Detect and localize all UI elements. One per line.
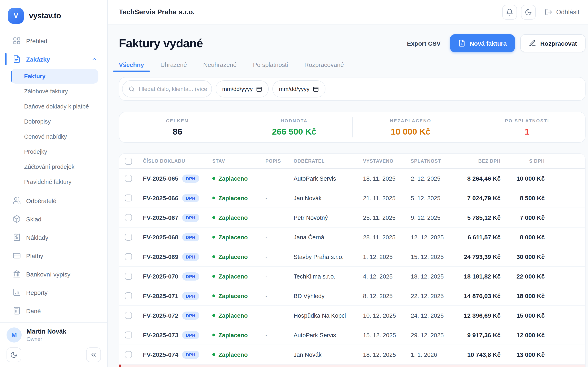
row-checkbox[interactable] <box>125 273 132 280</box>
gross-amount-cell: 8 000 Kč <box>501 234 545 241</box>
sidebar-item[interactable]: Náklady <box>5 229 103 246</box>
table-row[interactable]: FV-2025-073 DPH Zaplaceno - AutoPark Ser… <box>119 325 585 345</box>
sidebar-submenu-label: Prodejky <box>24 149 47 155</box>
table-row[interactable]: FV-2025-069 DPH Zaplaceno - Stavby Praha… <box>119 247 585 267</box>
dph-badge: DPH <box>182 331 199 339</box>
export-csv-button[interactable]: Export CSV <box>407 40 441 47</box>
select-all-checkbox[interactable] <box>125 158 132 165</box>
tab[interactable]: Všechny <box>119 61 144 68</box>
row-checkbox[interactable] <box>125 175 132 182</box>
gross-amount-cell: 22 000 Kč <box>501 273 545 280</box>
row-checkbox[interactable] <box>125 312 132 319</box>
sidebar-item[interactable]: Odběratelé <box>5 192 103 209</box>
main-column: TechServis Praha s.r.o. Odhlásit Faktury… <box>108 0 588 367</box>
sidebar-item-zakazky[interactable]: Zakázky <box>5 50 103 68</box>
dph-badge: DPH <box>182 292 199 300</box>
issued-date-cell: 21. 11. 2025 <box>363 195 411 201</box>
new-invoice-button[interactable]: Nová faktura <box>450 34 515 52</box>
stat-value: 1 <box>469 127 585 136</box>
table-row[interactable]: FV-2025-072 DPH Zaplaceno - Hospůdka Na … <box>119 306 585 325</box>
table-row[interactable]: FV-2025-065 DPH Zaplaceno - AutoPark Ser… <box>119 169 585 188</box>
due-date-cell: 29. 12. 2025 <box>411 332 458 338</box>
column-header: VYSTAVENO <box>363 159 411 164</box>
row-checkbox[interactable] <box>125 194 132 201</box>
user-name: Martin Novák <box>26 328 66 335</box>
status-label: Zaplaceno <box>218 292 248 299</box>
sidebar-submenu-item[interactable]: Zúčtování prodejek <box>11 159 98 174</box>
brand-logo: V <box>8 8 24 24</box>
issued-date-cell: 10. 12. 2025 <box>363 312 411 319</box>
row-checkbox[interactable] <box>125 292 132 299</box>
sidebar-collapse-button[interactable] <box>86 347 101 362</box>
sidebar-submenu-item[interactable]: Dobropisy <box>11 114 98 129</box>
net-amount-cell: 8 264,46 Kč <box>458 175 501 182</box>
dph-badge: DPH <box>182 174 199 183</box>
net-amount-cell: 18 181,82 Kč <box>458 273 501 280</box>
invoice-number: FV-2025-069 <box>143 253 178 260</box>
tab[interactable]: Uhrazené <box>160 61 187 68</box>
date-to-input[interactable]: mm/dd/yyyy <box>272 80 325 98</box>
user-profile[interactable]: M Martin Novák Owner <box>7 327 101 342</box>
date-from-input[interactable]: mm/dd/yyyy <box>216 80 269 98</box>
row-checkbox[interactable] <box>125 214 132 221</box>
logout-icon <box>545 8 553 16</box>
tab[interactable]: Rozpracované <box>304 61 344 68</box>
filter-bar: mm/dd/yyyy mm/dd/yyyy <box>119 77 586 101</box>
net-amount-cell: 12 396,69 Kč <box>458 312 501 319</box>
table-row[interactable]: FV-2025-067 DPH Zaplaceno - Petr Novotný… <box>119 208 585 227</box>
customer-cell: Jan Novák <box>294 351 363 358</box>
customer-cell: AutoPark Servis <box>294 332 363 338</box>
net-amount-cell: 9 917,36 Kč <box>458 332 501 338</box>
due-date-cell: 5. 12. 2025 <box>411 195 458 201</box>
customer-cell: AutoPark Servis <box>294 175 363 182</box>
summary-stats: CELKEM 86 HODNOTA 266 500 Kč NEZAPLACENO… <box>119 112 586 143</box>
sidebar-submenu-item[interactable]: Pravidelné faktury <box>11 175 98 189</box>
description-cell: - <box>265 234 294 240</box>
sidebar-submenu-item[interactable]: Prodejky <box>11 144 98 159</box>
row-checkbox[interactable] <box>125 234 132 241</box>
table-row[interactable]: FV-2025-074 DPH Zaplaceno - Jan Novák 18… <box>119 345 585 365</box>
status-dot-icon <box>212 197 215 200</box>
row-checkbox[interactable] <box>125 351 132 358</box>
brand-name: vystav.to <box>29 11 61 20</box>
sidebar-item[interactable]: Platby <box>5 247 103 264</box>
draft-button[interactable]: Rozpracovat <box>520 34 586 52</box>
sidebar-item-prehled[interactable]: Přehled <box>5 32 103 49</box>
chevrons-left-icon <box>90 351 97 359</box>
sidebar-item[interactable]: Reporty <box>5 284 103 301</box>
sidebar-item-label: Sklad <box>26 216 42 222</box>
description-cell: - <box>265 175 294 182</box>
status-label: Zaplaceno <box>218 273 248 280</box>
notifications-button[interactable] <box>502 5 517 19</box>
invoice-number: FV-2025-070 <box>143 273 178 280</box>
table-row[interactable]: FV-2025-066 DPH Zaplaceno - Jan Novák 21… <box>119 188 585 208</box>
overdue-row-partial[interactable] <box>119 365 585 367</box>
tab[interactable]: Neuhrazené <box>203 61 237 68</box>
sidebar-submenu-item[interactable]: Zálohové faktury <box>11 84 98 99</box>
table-row[interactable]: FV-2025-071 DPH Zaplaceno - BD Výhledy 8… <box>119 286 585 306</box>
dph-badge: DPH <box>182 272 199 280</box>
sidebar-item[interactable]: Bankovní výpisy <box>5 266 103 283</box>
sidebar-item[interactable]: Daně <box>5 302 103 319</box>
sidebar-submenu-item[interactable]: Cenové nabídky <box>11 129 98 144</box>
search-field[interactable] <box>122 80 212 98</box>
chevron-up-icon <box>91 56 98 62</box>
customer-cell: Hospůdka Na Kopci <box>294 312 363 319</box>
sidebar-item-label: Přehled <box>26 37 47 44</box>
logout-button[interactable]: Odhlásit <box>545 8 579 16</box>
table-row[interactable]: FV-2025-068 DPH Zaplaceno - Jana Černá 2… <box>119 227 585 247</box>
issued-date-cell: 4. 12. 2025 <box>363 273 411 280</box>
sidebar-submenu-item[interactable]: Faktury <box>11 69 98 83</box>
sidebar-item[interactable]: Sklad <box>5 210 103 227</box>
invoice-number: FV-2025-068 <box>143 234 178 241</box>
row-checkbox[interactable] <box>125 332 132 338</box>
stat-label: PO SPLATNOSTI <box>469 118 585 123</box>
customer-cell: Jan Novák <box>294 195 363 201</box>
theme-toggle-button-header[interactable] <box>521 5 536 19</box>
theme-toggle-button[interactable] <box>7 347 21 362</box>
tab[interactable]: Po splatnosti <box>253 61 288 68</box>
search-input[interactable] <box>139 86 207 92</box>
row-checkbox[interactable] <box>125 253 132 260</box>
sidebar-submenu-item[interactable]: Daňové doklady k platbě <box>11 99 98 114</box>
table-row[interactable]: FV-2025-070 DPH Zaplaceno - TechKlima s.… <box>119 267 585 286</box>
